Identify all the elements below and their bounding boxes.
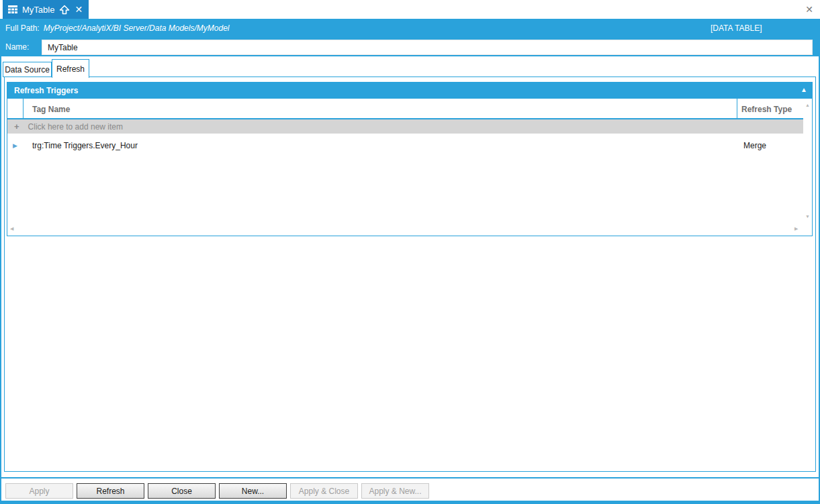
name-input[interactable] (42, 40, 813, 55)
row-refresh-type[interactable]: Merge (743, 134, 766, 157)
name-label: Name: (5, 42, 29, 52)
scroll-up-icon[interactable]: ▲ (803, 103, 812, 107)
document-tab-mytable[interactable]: MyTable ✕ (3, 0, 89, 19)
collapse-panel-icon[interactable]: ▲ (801, 86, 807, 93)
tab-refresh[interactable]: Refresh (52, 59, 89, 78)
tab-data-source[interactable]: Data Source (3, 62, 52, 77)
row-expander-icon[interactable]: ▶ (13, 134, 17, 157)
add-new-item-row[interactable]: + Click here to add new item (7, 119, 803, 134)
plus-icon: + (14, 121, 19, 132)
grid-column-header-row (7, 99, 803, 119)
column-header-tag-name[interactable]: Tag Name (32, 99, 70, 119)
refresh-triggers-panel: Refresh Triggers ▲ Tag Name Refresh Type… (7, 82, 813, 236)
data-table-editor-window: MyTable ✕ ✕ Full Path: MyProject/Analyti… (0, 0, 820, 504)
table-grid-icon (8, 5, 17, 13)
button-bar: Apply Refresh Close New... Apply & Close… (0, 478, 820, 501)
vertical-scrollbar[interactable]: ▲ ▼ (803, 99, 812, 221)
refresh-triggers-title: Refresh Triggers (14, 86, 78, 95)
column-separator (737, 99, 737, 119)
full-path-value: MyProject/AnalytiX/BI Server/Data Models… (44, 23, 230, 33)
name-bar: Name: (0, 38, 820, 56)
horizontal-scrollbar[interactable]: ◀ ▶ (7, 221, 803, 236)
window-border (0, 501, 820, 504)
new-button[interactable]: New... (219, 483, 287, 499)
apply-and-close-button: Apply & Close (290, 483, 358, 499)
column-header-refresh-type[interactable]: Refresh Type (741, 99, 792, 119)
apply-button: Apply (5, 483, 73, 499)
full-path-bar: Full Path: MyProject/AnalytiX/BI Server/… (0, 19, 820, 38)
document-tabstrip: MyTable ✕ ✕ (0, 0, 820, 19)
full-path-label: Full Path: (5, 23, 40, 33)
window-border (0, 19, 1, 504)
document-tab-title: MyTable (22, 5, 54, 15)
add-new-item-label: Click here to add new item (28, 122, 123, 132)
scroll-down-icon[interactable]: ▼ (803, 214, 812, 219)
item-type-badge: [DATA TABLE] (711, 19, 762, 38)
window-close-icon[interactable]: ✕ (803, 3, 815, 15)
tab-close-icon[interactable]: ✕ (75, 4, 83, 15)
apply-and-new-button: Apply & New... (361, 483, 429, 499)
refresh-button[interactable]: Refresh (77, 483, 144, 499)
row-tag-name: trg:Time Triggers.Every_Hour (32, 134, 138, 157)
scroll-right-icon[interactable]: ▶ (794, 221, 798, 236)
table-row[interactable]: ▶ trg:Time Triggers.Every_Hour Merge (7, 134, 803, 157)
up-arrow-icon[interactable] (59, 5, 70, 15)
scroll-left-icon[interactable]: ◀ (10, 221, 13, 236)
close-button[interactable]: Close (148, 483, 216, 499)
refresh-triggers-header: Refresh Triggers (7, 83, 812, 99)
